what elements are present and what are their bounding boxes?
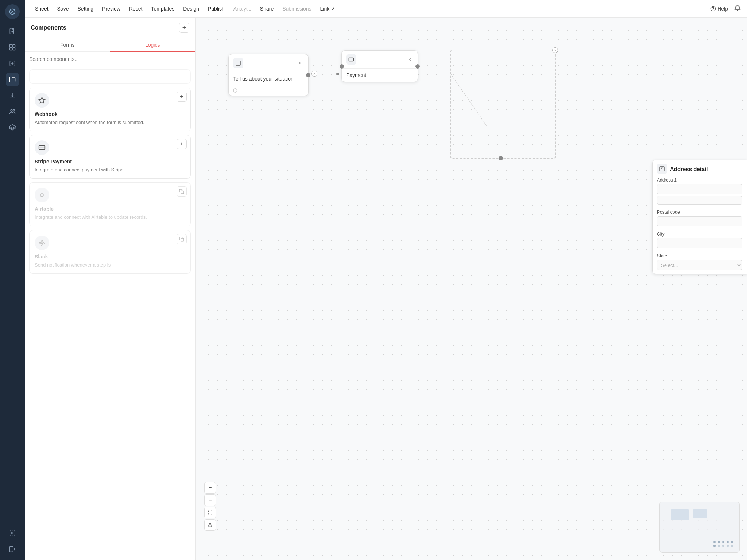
dashed-bottom-connector [499, 156, 503, 160]
stripe-add-button[interactable]: + [177, 139, 187, 149]
state-select[interactable]: Select... [657, 260, 742, 270]
webhook-add-button[interactable]: + [177, 92, 187, 102]
svg-rect-3 [13, 45, 15, 47]
tab-forms[interactable]: Forms [25, 38, 110, 51]
minimap-dot [713, 545, 716, 547]
sidebar-tabs: Forms Logics [25, 38, 195, 52]
connector-x-1[interactable]: × [311, 71, 317, 77]
webhook-title: Webhook [35, 111, 185, 117]
nav-settings[interactable] [6, 526, 19, 540]
app-logo[interactable] [5, 4, 20, 19]
nav-add[interactable] [6, 57, 19, 70]
minimap-dot [727, 545, 729, 547]
topbar-save[interactable]: Save [53, 4, 73, 13]
nav-layers[interactable] [6, 121, 19, 134]
flow-node-tell-us[interactable]: × Tell us about your situation [228, 54, 309, 96]
topbar-design[interactable]: Design [179, 4, 204, 13]
city-input[interactable] [657, 238, 742, 248]
slack-copy-button[interactable] [177, 234, 187, 244]
flow-node-payment-header: × [342, 51, 418, 69]
zoom-out-button[interactable]: − [204, 494, 216, 506]
minimap-dot [713, 541, 716, 543]
svg-rect-14 [181, 191, 184, 194]
svg-rect-2 [10, 45, 12, 47]
address1-input[interactable] [657, 184, 742, 194]
webhook-icon [35, 93, 49, 108]
topbar-preview[interactable]: Preview [98, 4, 125, 13]
notifications-bell[interactable] [734, 4, 741, 13]
svg-point-9 [12, 532, 13, 534]
minimap-dot [731, 545, 733, 547]
topbar-link[interactable]: Link ↗ [316, 4, 340, 13]
flow-node-payment-close[interactable]: × [406, 56, 413, 63]
dashed-container: × [450, 50, 556, 159]
connector-right-payment [415, 64, 420, 69]
sidebar-content: + Webhook Automated request sent when th… [25, 66, 195, 560]
flow-node-tell-us-header: × [229, 54, 308, 72]
help-button[interactable]: Help [710, 6, 728, 12]
nav-users[interactable] [6, 105, 19, 118]
sidebar-add-button[interactable]: + [179, 23, 189, 33]
airtable-description: Integrate and connect with Airtable to u… [35, 214, 185, 221]
sidebar-header: Components + [25, 18, 195, 38]
zoom-controls: + − [204, 482, 216, 531]
flow-node-payment[interactable]: × Payment [341, 50, 418, 82]
svg-rect-5 [13, 48, 15, 50]
svg-point-19 [336, 73, 339, 75]
search-input[interactable] [29, 56, 191, 62]
address1-group: Address 1 [653, 178, 747, 210]
address-detail-panel: Address detail Address 1 Postal code Cit… [652, 160, 747, 274]
sidebar-title: Components [31, 24, 66, 31]
app-container: Sheet Save Setting Preview Reset Templat… [25, 0, 747, 560]
topbar-setting[interactable]: Setting [73, 4, 98, 13]
address1-input2[interactable] [657, 196, 742, 205]
zoom-fit-button[interactable] [204, 507, 216, 518]
slack-title: Slack [35, 254, 185, 260]
topbar-right: Help [710, 4, 741, 13]
stripe-icon [35, 140, 49, 155]
sidebar: Components + Forms Logics + [25, 18, 196, 560]
nav-download[interactable] [6, 89, 19, 102]
sidebar-search-container [25, 52, 195, 66]
svg-rect-24 [209, 525, 212, 527]
tab-logics[interactable]: Logics [110, 38, 196, 52]
topbar-sheet[interactable]: Sheet [31, 4, 53, 13]
left-navigation [0, 0, 25, 560]
slack-description: Send notification whenever a step is [35, 262, 185, 268]
svg-rect-16 [181, 238, 184, 241]
topbar-reset[interactable]: Reset [125, 4, 147, 13]
svg-rect-22 [349, 58, 353, 61]
nav-new-file[interactable] [6, 25, 19, 38]
minimap-dot [727, 541, 729, 543]
topbar-templates[interactable]: Templates [147, 4, 179, 13]
flow-node-tell-us-close[interactable]: × [297, 59, 304, 67]
nav-logout[interactable] [6, 542, 19, 556]
svg-point-8 [13, 110, 15, 111]
top-bar: Sheet Save Setting Preview Reset Templat… [25, 0, 747, 18]
svg-point-15 [40, 194, 43, 197]
postal-input[interactable] [657, 216, 742, 226]
airtable-copy-button[interactable] [177, 186, 187, 197]
topbar-publish[interactable]: Publish [204, 4, 229, 13]
zoom-lock-button[interactable] [204, 519, 216, 531]
postal-group: Postal code [653, 210, 747, 232]
dashed-container-close[interactable]: × [552, 47, 558, 53]
airtable-title: Airtable [35, 206, 185, 212]
city-group: City [653, 232, 747, 253]
flow-node-payment-title: Payment [342, 69, 418, 82]
minimap-dot [722, 541, 724, 543]
state-group: State Select... [653, 253, 747, 274]
topbar-analytic[interactable]: Analytic [229, 4, 256, 13]
svg-rect-4 [10, 48, 12, 50]
canvas-area[interactable]: × Tell us about your situation × [196, 18, 747, 560]
minimap-dot [731, 541, 733, 543]
nav-templates[interactable] [6, 41, 19, 54]
zoom-in-button[interactable]: + [204, 482, 216, 494]
nav-folder[interactable] [6, 73, 19, 86]
flow-node-tell-us-icon [233, 58, 243, 68]
topbar-submissions[interactable]: Submissions [278, 4, 316, 13]
help-label: Help [717, 6, 728, 12]
topbar-share[interactable]: Share [256, 4, 278, 13]
component-card-webhook: + Webhook Automated request sent when th… [29, 88, 191, 131]
main-body: Components + Forms Logics + [25, 18, 747, 560]
